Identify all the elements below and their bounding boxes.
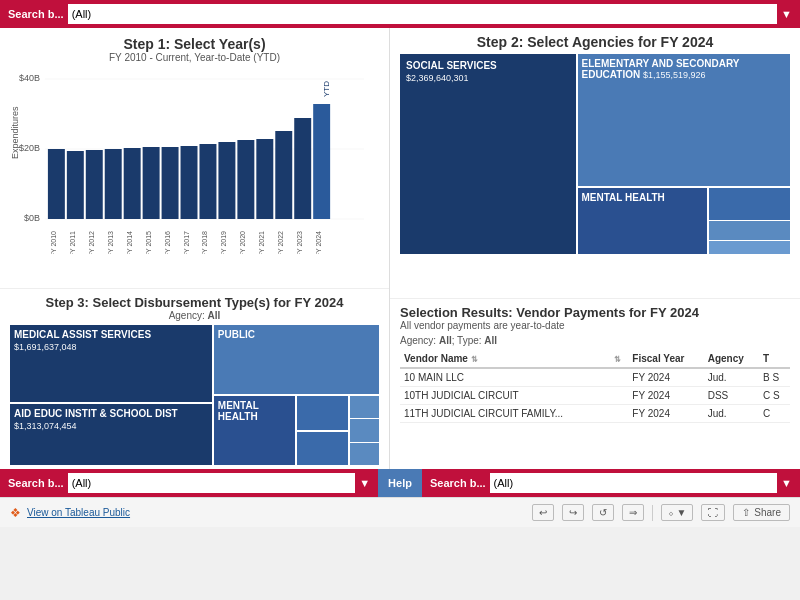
svg-text:FY 2011: FY 2011 [69,231,76,254]
tm2-elem-ed-cell[interactable]: ELEMENTARY AND SECONDARY EDUCATION $1,15… [578,54,791,186]
svg-text:$20B: $20B [19,143,40,153]
tm2-rb-cell2[interactable] [709,221,790,240]
tableau-link[interactable]: View on Tableau Public [27,507,130,518]
top-search-label: Search b... [8,8,64,20]
vendor-agency-1: Jud. [704,368,759,387]
svg-text:FY 2012: FY 2012 [88,231,95,254]
col-fy[interactable]: Fiscal Year [628,350,703,368]
tm3-medical-cell[interactable]: MEDICAL ASSIST SERVICES $1,691,637,048 [10,325,212,402]
svg-text:FY 2024: FY 2024 [315,231,322,254]
svg-text:Expenditures: Expenditures [10,106,20,159]
tm3-tiny-cell2[interactable] [350,419,379,441]
tm2-rb-cell3[interactable] [709,241,790,254]
svg-rect-20 [294,118,311,219]
tm2-mental-health-cell[interactable]: MENTAL HEALTH [578,188,708,255]
bottom-left-arrow[interactable]: ▼ [359,477,370,489]
step2-treemap[interactable]: SOCIAL SERVICES $2,369,640,301 ELEMENTAR… [400,54,790,254]
svg-rect-17 [237,140,254,219]
vendor-name-3: 11TH JUDICIAL CIRCUIT FAMILY... [400,405,610,423]
share-button[interactable]: ⇧ Share [733,504,790,521]
svg-rect-15 [199,144,216,219]
svg-text:$0B: $0B [24,213,40,223]
svg-rect-11 [124,148,141,219]
svg-rect-21 [313,104,330,219]
bottom-left-input[interactable] [68,473,356,493]
right-panel: Step 2: Select Agencies for FY 2024 SOCI… [390,28,800,469]
tm3-tiny-cell3[interactable] [350,443,379,465]
results-subtitle1: All vendor payments are year-to-date [400,320,790,331]
svg-rect-8 [67,151,84,219]
svg-text:FY 2014: FY 2014 [126,231,133,254]
col-vendor[interactable]: Vendor Name ⇅ [400,350,610,368]
download-button[interactable]: ⬦ ▼ [661,504,694,521]
bottom-bar: Search b... ▼ Help Search b... ▼ [0,469,800,497]
bottom-right-arrow[interactable]: ▼ [781,477,792,489]
step3-section: Step 3: Select Disbursement Type(s) for … [0,288,389,469]
tm3-mini-cell2[interactable] [297,432,348,466]
vendor-num-2 [610,387,629,405]
svg-text:FY 2023: FY 2023 [296,231,303,254]
vendor-num-3 [610,405,629,423]
svg-text:FY 2015: FY 2015 [145,231,152,254]
bottom-left-label: Search b... [8,477,64,489]
svg-text:FY 2020: FY 2020 [239,231,246,254]
tableau-icon: ❖ [10,506,21,520]
step3-title: Step 3: Select Disbursement Type(s) for … [10,295,379,310]
svg-text:FY 2010: FY 2010 [50,231,57,254]
vendor-fy-1: FY 2024 [628,368,703,387]
tm3-tiny-cell1[interactable] [350,396,379,418]
vendor-name-2: 10TH JUDICIAL CIRCUIT [400,387,610,405]
tableau-footer: ❖ View on Tableau Public ↩ ↪ ↺ ⇒ ⬦ ▼ ⛶ ⇧… [0,497,800,527]
tm2-rb-cell1[interactable] [709,188,790,220]
svg-text:FY 2013: FY 2013 [107,231,114,254]
help-button[interactable]: Help [378,469,422,497]
col-agency[interactable]: Agency [704,350,759,368]
step3-treemap[interactable]: MEDICAL ASSIST SERVICES $1,691,637,048 A… [10,325,379,465]
vendor-agency-2: DSS [704,387,759,405]
col-type[interactable]: T [759,350,790,368]
bottom-right-search: Search b... ▼ [422,469,800,497]
bar-chart[interactable]: $40B $20B $0B Expenditures [10,69,379,254]
col-sort[interactable]: ⇅ [610,350,629,368]
svg-text:FY 2019: FY 2019 [220,231,227,254]
fullscreen-button[interactable]: ⛶ [701,504,725,521]
top-search-input[interactable] [68,4,777,24]
vendor-agency-3: Jud. [704,405,759,423]
results-title: Selection Results: Vendor Payments for F… [400,305,790,320]
step1-title: Step 1: Select Year(s) [10,36,379,52]
vendor-type-1: B S [759,368,790,387]
bottom-right-label: Search b... [430,477,486,489]
svg-rect-18 [256,139,273,219]
svg-rect-16 [218,142,235,219]
step3-subtitle: Agency: All [10,310,379,321]
redo-button[interactable]: ↪ [562,504,584,521]
vendor-fy-3: FY 2024 [628,405,703,423]
bottom-left-search: Search b... ▼ [0,469,378,497]
bottom-right-input[interactable] [490,473,778,493]
left-panel: Step 1: Select Year(s) FY 2010 - Current… [0,28,390,469]
svg-rect-12 [143,147,160,219]
sort-icon-vendor: ⇅ [471,355,478,364]
step2-title: Step 2: Select Agencies for FY 2024 [400,34,790,50]
sort-icon-num: ⇅ [614,355,621,364]
undo-button[interactable]: ↩ [532,504,554,521]
divider1 [652,505,653,521]
table-row: 10 MAIN LLC FY 2024 Jud. B S [400,368,790,387]
footer-nav: ↩ ↪ ↺ ⇒ ⬦ ▼ ⛶ ⇧ Share [532,504,790,521]
tm2-social-services-cell[interactable]: SOCIAL SERVICES $2,369,640,301 [400,54,576,254]
vendor-type-2: C S [759,387,790,405]
tm3-public-cell[interactable]: PUBLIC [214,325,379,394]
results-table: Vendor Name ⇅ ⇅ Fiscal Year Agency T 10 … [400,350,790,423]
tm3-aid-educ-cell[interactable]: AID EDUC INSTIT & SCHOOL DIST $1,313,074… [10,404,212,465]
step1-section: Step 1: Select Year(s) FY 2010 - Current… [0,28,389,288]
table-row: 11TH JUDICIAL CIRCUIT FAMILY... FY 2024 … [400,405,790,423]
nav-forward-button[interactable]: ⇒ [622,504,644,521]
vendor-type-3: C [759,405,790,423]
reset-button[interactable]: ↺ [592,504,614,521]
tm3-mini-cell1[interactable] [297,396,348,430]
tm3-mental-health-cell[interactable]: MENTALHEALTH [214,396,295,465]
top-search-dropdown-arrow[interactable]: ▼ [781,8,792,20]
svg-text:YTD: YTD [322,81,331,97]
vendor-num-1 [610,368,629,387]
svg-rect-13 [162,147,179,219]
